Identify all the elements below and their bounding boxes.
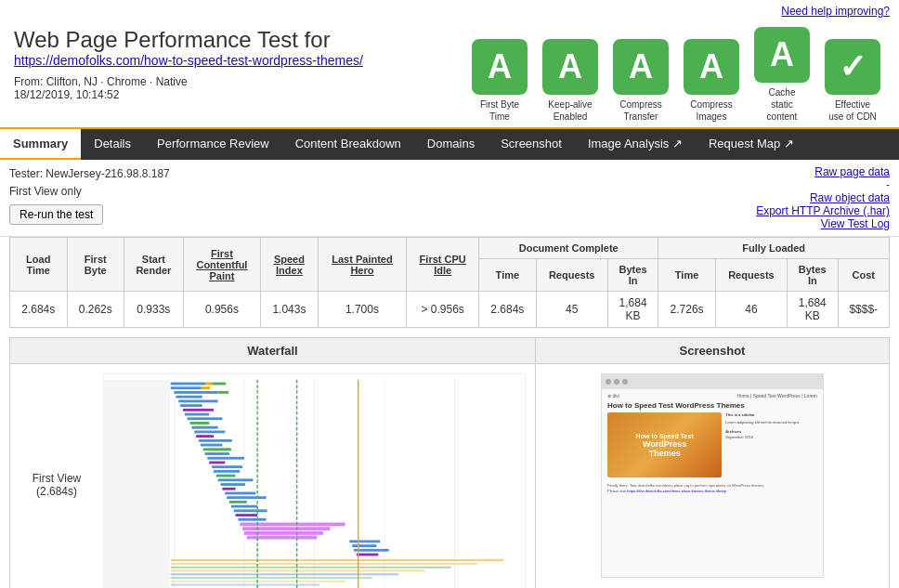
tester-line: Tester: NewJersey-216.98.8.187: [9, 165, 170, 183]
cell-full-requests: 46: [715, 292, 787, 328]
mock-dot-1: [606, 379, 611, 385]
browser-info: From: Clifton, NJ · Chrome · Native: [14, 75, 363, 88]
info-bar: Tester: NewJersey-216.98.8.187 First Vie…: [0, 160, 899, 237]
nav-item-domains[interactable]: Domains: [414, 129, 488, 160]
grade-label-effective-cdn: Effectiveuse of CDN: [828, 98, 877, 123]
grade-box-compress-transfer: ACompressTransfer: [608, 39, 673, 123]
cell-doc-time: 2.684s: [479, 292, 537, 328]
nav-item-image-analysis[interactable]: Image Analysis ↗: [575, 129, 696, 160]
screenshot-mockup: ⊕ divi Home | Speed Test WordPress | Lor…: [601, 373, 824, 578]
col-load-time: LoadTime: [10, 238, 68, 292]
col-last-painted-hero[interactable]: Last PaintedHero: [318, 238, 407, 292]
svg-rect-49: [354, 549, 389, 552]
cell-full-time: 2.726s: [658, 292, 716, 328]
info-right: Raw page data - Raw object data Export H…: [756, 165, 890, 230]
grade-boxes: AFirst ByteTimeAKeep-aliveEnabledACompre…: [467, 27, 885, 123]
test-url[interactable]: https://demofolks.com/how-to-speed-test-…: [14, 53, 363, 68]
mock-title: How to Speed Test WordPress Themes: [607, 401, 817, 410]
nav-item-details[interactable]: Details: [81, 129, 144, 160]
svg-rect-33: [218, 478, 254, 481]
nav-item-content-breakdown[interactable]: Content Breakdown: [282, 129, 414, 160]
header-meta: From: Clifton, NJ · Chrome · Native 18/1…: [14, 75, 363, 101]
mock-dot-3: [622, 379, 628, 385]
export-har-link[interactable]: Export HTTP Archive (.har): [756, 204, 890, 217]
svg-rect-43: [240, 523, 345, 527]
mock-browser-bar: [602, 374, 823, 389]
doc-time-header: Time: [479, 259, 537, 292]
svg-rect-10: [171, 386, 202, 389]
svg-rect-8: [205, 383, 213, 385]
grade-label-compress-images: CompressImages: [690, 98, 733, 123]
doc-complete-header: Document Complete: [479, 238, 658, 259]
svg-rect-51: [171, 559, 504, 561]
svg-rect-41: [236, 514, 258, 516]
svg-rect-23: [196, 435, 214, 438]
svg-rect-12: [175, 391, 218, 394]
view-test-log-link[interactable]: View Test Log: [756, 217, 890, 230]
cell-fcp: 0.956s: [183, 292, 260, 328]
col-speed-index[interactable]: SpeedIndex: [261, 238, 319, 292]
mock-archives-list: September 2019: [725, 435, 817, 440]
svg-rect-54: [171, 570, 425, 572]
full-requests-header: Requests: [715, 259, 787, 292]
svg-rect-21: [191, 426, 217, 429]
svg-rect-14: [176, 396, 202, 399]
waterfall-title: Waterfall: [10, 338, 535, 364]
raw-object-data-link[interactable]: Raw object data: [756, 191, 890, 204]
svg-rect-31: [214, 470, 240, 473]
svg-rect-13: [218, 391, 228, 394]
grade-label-compress-transfer: CompressTransfer: [619, 98, 662, 123]
svg-rect-53: [171, 567, 451, 568]
mock-body-text: Finally there. Tata demofolks.com/demo p…: [607, 483, 817, 494]
svg-rect-27: [205, 452, 229, 455]
info-left: Tester: NewJersey-216.98.8.187 First Vie…: [9, 165, 170, 225]
fully-loaded-header: Fully Loaded: [658, 238, 890, 259]
mock-img-text: How to Speed TestWordPressThemes: [632, 429, 697, 462]
screenshot-title: Screenshot: [536, 338, 889, 364]
svg-rect-30: [212, 465, 242, 468]
col-first-byte: FirstByte: [67, 238, 124, 292]
nav-item-request-map[interactable]: Request Map ↗: [696, 129, 807, 160]
help-link[interactable]: Need help improving?: [781, 5, 890, 18]
svg-rect-36: [225, 492, 255, 495]
svg-rect-35: [222, 488, 235, 490]
grade-box-compress-images: ACompressImages: [679, 39, 744, 123]
svg-rect-42: [238, 518, 266, 521]
waterfall-panel: Waterfall First View(2.684s): [10, 338, 536, 588]
page-wrapper: Need help improving? Web Page Performanc…: [0, 0, 899, 588]
bottom-section: Waterfall First View(2.684s): [9, 337, 890, 588]
table-row: 2.684s 0.262s 0.933s 0.956s 1.043s 1.700…: [10, 292, 890, 328]
svg-rect-26: [203, 448, 231, 451]
svg-rect-40: [234, 509, 267, 512]
svg-rect-50: [357, 554, 379, 556]
mock-nav: ⊕ divi Home | Speed Test WordPress | Lor…: [607, 393, 817, 399]
rerun-button[interactable]: Re-run the test: [9, 204, 103, 225]
datetime-info: 18/12/2019, 10:14:52: [14, 88, 363, 101]
col-fcp[interactable]: FirstContentfulPaint: [183, 238, 260, 292]
grade-circle-cache-static: A: [754, 27, 810, 83]
full-cost-header: Cost: [838, 259, 889, 292]
svg-rect-25: [201, 444, 223, 447]
nav-item-screenshot[interactable]: Screenshot: [488, 129, 575, 160]
mock-layout: How to Speed TestWordPressThemes This is…: [607, 412, 817, 480]
grade-box-cache-static: ACachestaticcontent: [749, 27, 814, 123]
page-title: Web Page Performance Test for: [14, 27, 363, 53]
results-section: LoadTime FirstByte StartRender FirstCont…: [0, 237, 899, 337]
nav-item-summary[interactable]: Summary: [0, 129, 81, 160]
col-first-cpu-idle[interactable]: First CPUIdle: [407, 238, 479, 292]
results-table: LoadTime FirstByte StartRender FirstCont…: [9, 237, 890, 328]
doc-requests-header: Requests: [536, 259, 607, 292]
cell-doc-requests: 45: [536, 292, 607, 328]
cell-speed-index: 1.043s: [261, 292, 319, 328]
mock-sidebar: This is a sidebar Lorem adipiscing elit …: [725, 412, 817, 480]
grade-box-keepalive-enabled: AKeep-aliveEnabled: [538, 39, 603, 123]
raw-page-data-link[interactable]: Raw page data: [756, 165, 890, 178]
grade-label-first-byte-time: First ByteTime: [480, 98, 519, 123]
nav-item-performance-review[interactable]: Performance Review: [144, 129, 282, 160]
cell-cost: $$$$-: [838, 292, 889, 328]
svg-rect-56: [171, 577, 372, 579]
view-line: First View only: [9, 183, 170, 201]
grade-circle-compress-transfer: A: [613, 39, 669, 95]
screenshot-panel: Screenshot ⊕ divi Home | Speed Test Word…: [536, 338, 889, 588]
svg-rect-34: [221, 483, 245, 486]
